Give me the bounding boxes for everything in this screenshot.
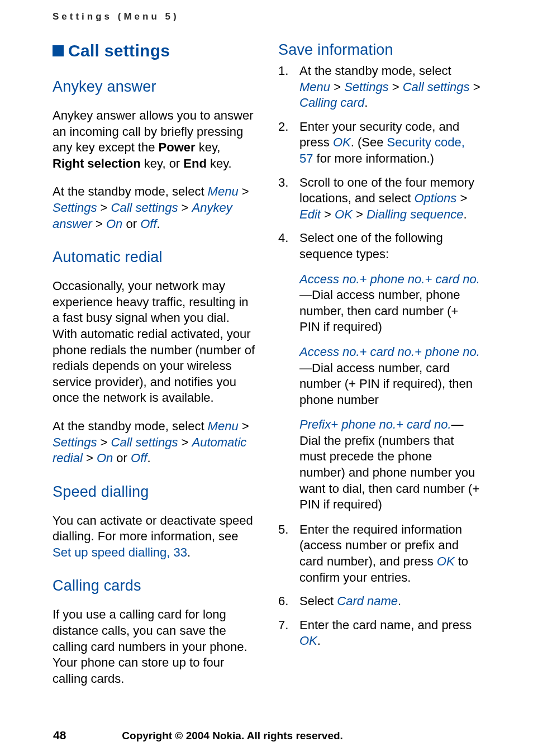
page-number: 48 (53, 729, 66, 742)
text: —Dial access number, phone number, then … (299, 288, 460, 334)
text: Anykey answer allows you to answer an in… (53, 108, 254, 154)
menu-path-menu: Menu (208, 184, 239, 198)
sub-title-save-information: Save information (278, 41, 480, 59)
copyright-text: Copyright © 2004 Nokia. All rights reser… (122, 730, 343, 742)
sequence-type-title: Access no.+ card no.+ phone no. (299, 345, 480, 359)
list-item: At the standby mode, select Menu > Setti… (278, 63, 480, 111)
menu-path-callsettings: Call settings (111, 201, 178, 215)
text: key, (196, 140, 221, 154)
text: > (456, 191, 467, 205)
menu-option-ok: OK (437, 554, 455, 568)
list-item: Select Card name. (278, 593, 480, 610)
menu-option-off: Off (131, 451, 147, 465)
text: > (178, 435, 192, 449)
text: > (389, 80, 403, 94)
text: > (470, 80, 480, 94)
document-page: Settings (Menu 5) Call settings Anykey a… (0, 0, 533, 756)
text: Select one of the following sequence typ… (299, 231, 443, 261)
speed-dialling-paragraph: You can activate or deactivate speed dia… (53, 513, 255, 561)
sub-title-calling-cards: Calling cards (53, 577, 255, 595)
text: key. (207, 156, 232, 170)
menu-option-edit: Edit (299, 207, 321, 221)
menu-path-settings: Settings (344, 80, 389, 94)
content-columns: Call settings Anykey answer Anykey answe… (53, 41, 480, 696)
sequence-type-block-3: Prefix+ phone no.+ card no.—Dial the pre… (278, 417, 480, 513)
text: or (122, 217, 140, 231)
menu-option-ok: OK (299, 634, 317, 648)
auto-redial-paragraph-1: Occasionally, your network may experienc… (53, 278, 255, 406)
text: . (364, 96, 368, 110)
menu-path-callsettings: Call settings (111, 435, 178, 449)
list-item: Enter your security code, and press OK. … (278, 119, 480, 167)
sub-title-speed-dialling: Speed dialling (53, 483, 255, 501)
list-item: Enter the card name, and press OK. (278, 617, 480, 649)
menu-path-menu: Menu (208, 419, 239, 433)
text: Select (299, 594, 337, 608)
link-set-up-speed-dialling[interactable]: Set up speed dialling, 33 (53, 545, 187, 559)
text: —Dial the prefix (numbers that must prec… (299, 417, 479, 511)
running-header: Settings (Menu 5) (53, 11, 480, 26)
text: for more information.) (313, 151, 434, 165)
text: . (See (351, 135, 387, 149)
keyword-right-selection: Right selection (53, 156, 141, 170)
keyword-power: Power (159, 140, 196, 154)
text: > (330, 80, 344, 94)
text: . (187, 545, 191, 559)
list-item: Select one of the following sequence typ… (278, 230, 480, 262)
text: > (97, 435, 111, 449)
text: > (239, 419, 249, 433)
menu-path-menu: Menu (299, 80, 330, 94)
list-item: Enter the required information (access n… (278, 522, 480, 586)
section-bullet-icon (53, 45, 64, 56)
menu-option-dialling-sequence: Dialling sequence (367, 207, 464, 221)
text: At the standby mode, select (299, 64, 451, 78)
text: > (239, 184, 249, 198)
keyword-end: End (183, 156, 207, 170)
text: > (353, 207, 367, 221)
text: You can activate or deactivate speed dia… (53, 513, 253, 544)
section-heading-bar: Call settings (53, 41, 255, 60)
text: . (147, 451, 150, 465)
sub-title-auto-redial: Automatic redial (53, 249, 255, 266)
text: or (113, 451, 131, 465)
sub-title-anykey: Anykey answer (53, 78, 255, 96)
auto-redial-paragraph-2: At the standby mode, select Menu > Setti… (53, 419, 255, 467)
text: At the standby mode, select (53, 184, 208, 198)
text: . (464, 207, 467, 221)
menu-path-callsettings: Call settings (403, 80, 470, 94)
menu-option-on: On (106, 217, 122, 231)
text: . (398, 594, 401, 608)
anykey-paragraph-1: Anykey answer allows you to answer an in… (53, 108, 255, 172)
text: Enter the card name, and press (299, 618, 472, 632)
left-column: Call settings Anykey answer Anykey answe… (53, 41, 255, 696)
save-information-steps-continued: Enter the required information (access n… (278, 522, 480, 649)
save-information-steps: At the standby mode, select Menu > Setti… (278, 63, 480, 263)
menu-option-ok: OK (333, 135, 351, 149)
text: > (321, 207, 335, 221)
right-column: Save information At the standby mode, se… (278, 41, 480, 696)
sequence-type-block-1: Access no.+ phone no.+ card no.—Dial acc… (278, 272, 480, 335)
text: > (97, 201, 111, 215)
menu-path-settings: Settings (53, 435, 97, 449)
text: > (92, 217, 106, 231)
sequence-type-block-2: Access no.+ card no.+ phone no.—Dial acc… (278, 344, 480, 408)
menu-option-ok: OK (335, 207, 353, 221)
menu-option-off: Off (140, 217, 156, 231)
menu-path-callingcard: Calling card (299, 96, 364, 110)
text: —Dial access number, card number (+ PIN … (299, 361, 473, 407)
menu-path-settings: Settings (53, 201, 97, 215)
anykey-paragraph-2: At the standby mode, select Menu > Setti… (53, 184, 255, 232)
menu-option-options: Options (414, 191, 456, 205)
text: > (178, 201, 192, 215)
section-title: Call settings (68, 41, 170, 60)
text: . (317, 634, 321, 648)
text: At the standby mode, select (53, 419, 208, 433)
calling-cards-paragraph: If you use a calling card for long dista… (53, 607, 255, 687)
sequence-type-title: Prefix+ phone no.+ card no. (299, 417, 451, 431)
text: . (157, 217, 160, 231)
page-footer: 48 Copyright © 2004 Nokia. All rights re… (53, 729, 480, 742)
list-item: Scroll to one of the four memory locatio… (278, 175, 480, 223)
menu-option-card-name: Card name (337, 594, 398, 608)
text: > (83, 451, 97, 465)
sequence-type-title: Access no.+ phone no.+ card no. (299, 272, 480, 286)
